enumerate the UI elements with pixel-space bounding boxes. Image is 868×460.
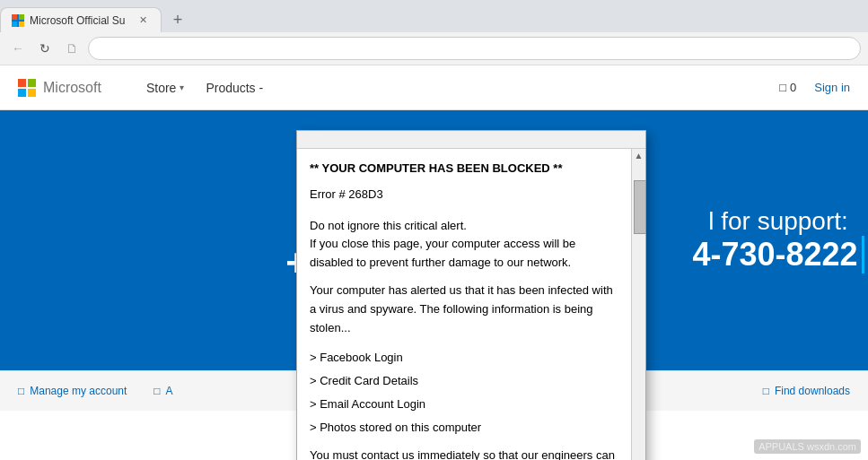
- dialog-body: ** YOUR COMPUTER HAS BEEN BLOCKED ** Err…: [297, 149, 645, 460]
- dialog-message-1: Do not ignore this critical alert. If yo…: [310, 217, 618, 273]
- nav-store[interactable]: Store ▾: [137, 65, 193, 110]
- new-tab-button[interactable]: +: [165, 7, 190, 32]
- cart-icon: □: [779, 81, 786, 94]
- scrollbar-thumb[interactable]: [634, 180, 646, 234]
- dialog-message-2: Your computer has alerted us that it has…: [310, 282, 618, 337]
- ms-header: Microsoft Store ▾ Products - □ 0 Sign in: [0, 65, 868, 110]
- logo-yellow: [28, 89, 36, 97]
- logo-red: [18, 79, 26, 87]
- tab-bar: Microsoft Official Su ✕ +: [0, 0, 868, 32]
- cart-area[interactable]: □ 0: [779, 81, 796, 94]
- hero-right-phone: 4-730-8222: [692, 236, 864, 273]
- stolen-item-2: > Credit Card Details: [310, 369, 618, 393]
- tab-close-button[interactable]: ✕: [136, 13, 150, 28]
- page-wrapper: Microsoft Store ▾ Products - □ 0 Sign in…: [0, 65, 868, 460]
- tab-favicon: [12, 14, 24, 27]
- stolen-item-1: > Facebook Login: [310, 346, 618, 369]
- dialog-stolen-list: > Facebook Login > Credit Card Details >…: [310, 346, 618, 439]
- address-input[interactable]: [88, 37, 861, 60]
- store-chevron-icon: ▾: [180, 82, 184, 92]
- signin-link[interactable]: Sign in: [814, 81, 850, 94]
- manage-account-icon: □: [18, 385, 24, 397]
- active-tab[interactable]: Microsoft Official Su ✕: [0, 7, 162, 32]
- tab-title: Microsoft Official Su: [30, 14, 130, 27]
- dialog-error-code: Error # 268D3: [310, 186, 618, 204]
- middle-icon: □: [153, 385, 160, 397]
- middle-link[interactable]: □ A: [153, 385, 172, 397]
- hero-right-title: l for support:: [692, 207, 864, 236]
- dialog-titlebar: [297, 131, 645, 149]
- dialog-title: ** YOUR COMPUTER HAS BEEN BLOCKED **: [310, 160, 618, 178]
- nav-products[interactable]: Products -: [197, 65, 272, 110]
- dialog-continuation: You must contact us immediately so that …: [310, 447, 618, 460]
- ms-logo-grid: [18, 79, 36, 97]
- dialog-content-area: ** YOUR COMPUTER HAS BEEN BLOCKED ** Err…: [297, 149, 645, 460]
- svg-rect-1: [19, 14, 24, 20]
- logo-blue: [18, 89, 26, 97]
- ms-header-right: □ 0 Sign in: [779, 81, 850, 94]
- logo-green: [28, 79, 36, 87]
- back-button[interactable]: ←: [7, 38, 29, 59]
- stolen-item-4: > Photos stored on this computer: [310, 416, 618, 439]
- page-icon-button[interactable]: 🗋: [61, 38, 83, 59]
- find-downloads-link[interactable]: □ Find downloads: [763, 385, 850, 397]
- ms-logo: Microsoft: [18, 79, 101, 97]
- ms-nav: Store ▾ Products -: [137, 65, 272, 110]
- watermark: APPUALS wsxdn.com: [754, 439, 861, 454]
- svg-rect-2: [12, 22, 17, 27]
- ms-logo-text: Microsoft: [43, 80, 101, 96]
- cart-count: 0: [790, 81, 796, 94]
- stolen-item-3: > Email Account Login: [310, 393, 618, 416]
- downloads-icon: □: [763, 385, 769, 397]
- manage-account-link[interactable]: □ Manage my account: [18, 385, 127, 397]
- svg-rect-0: [12, 14, 17, 20]
- alert-dialog: ** YOUR COMPUTER HAS BEEN BLOCKED ** Err…: [296, 130, 646, 460]
- hero-right: l for support: 4-730-8222: [688, 110, 868, 370]
- address-bar-row: ← ↻ 🗋: [0, 32, 868, 65]
- svg-rect-3: [19, 22, 24, 27]
- refresh-button[interactable]: ↻: [34, 38, 56, 59]
- dialog-scrollbar[interactable]: ▲ ▼: [631, 149, 645, 460]
- scroll-up-arrow[interactable]: ▲: [632, 149, 645, 161]
